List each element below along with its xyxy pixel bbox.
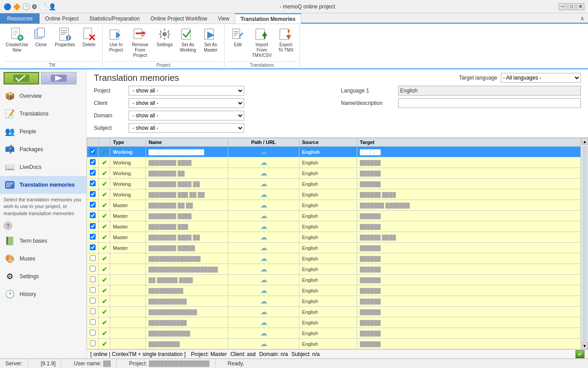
table-scroll[interactable]: Type Name Path / URL Source Target ✔Work… bbox=[87, 138, 581, 349]
vertical-scrollbar[interactable]: ▲ ▼ bbox=[581, 138, 588, 349]
menu-online-project[interactable]: Online Project bbox=[40, 13, 84, 24]
col-name[interactable]: Name bbox=[146, 138, 228, 147]
table-row[interactable]: ✔Working████████████████☁English██████ bbox=[87, 147, 581, 157]
sidebar-item-term-bases[interactable]: 📗 Term bases bbox=[0, 232, 86, 250]
table-row[interactable]: ✔Master████████ ████☁English██████ bbox=[87, 211, 581, 221]
table-row[interactable]: ✔██████████████☁English██████ bbox=[87, 307, 581, 317]
table-row[interactable]: ✔Master████████ █████☁English██████ bbox=[87, 243, 581, 253]
row-type: Working bbox=[110, 157, 146, 168]
row-checkbox[interactable] bbox=[87, 307, 99, 317]
menu-translation-memories[interactable]: Translation Memories bbox=[235, 13, 301, 24]
row-checkbox[interactable] bbox=[87, 317, 99, 328]
row-checkbox[interactable] bbox=[87, 200, 99, 211]
row-checkbox[interactable] bbox=[87, 157, 99, 168]
remove-from-project-button[interactable]: Remove From Project bbox=[128, 25, 153, 60]
sidebar-item-history[interactable]: 🕐 History bbox=[0, 285, 86, 303]
svg-rect-10 bbox=[61, 32, 67, 33]
scroll-thumb[interactable] bbox=[582, 146, 588, 342]
set-as-master-icon bbox=[204, 27, 218, 41]
edit-button[interactable]: Edit bbox=[227, 25, 249, 50]
set-as-working-button[interactable]: Set As Working bbox=[177, 25, 199, 55]
row-checkbox[interactable] bbox=[87, 232, 99, 243]
table-row[interactable]: ✔█████████☁English██████ bbox=[87, 339, 581, 349]
help-icon[interactable]: ? bbox=[4, 221, 12, 230]
row-checkbox[interactable] bbox=[87, 147, 99, 157]
table-row[interactable]: ✔Working████████ ███ ██ ██☁English██████… bbox=[87, 189, 581, 200]
domain-filter-select[interactable]: - show all - bbox=[129, 111, 244, 120]
properties-button[interactable]: i Properties bbox=[52, 25, 77, 50]
row-checkbox[interactable] bbox=[87, 253, 99, 264]
sidebar-item-people[interactable]: 👥 People bbox=[0, 123, 86, 140]
row-checkbox[interactable] bbox=[87, 264, 99, 275]
sidebar-item-muses[interactable]: 🎨 Muses bbox=[0, 250, 86, 268]
sidebar-item-packages[interactable]: 📫 Packages bbox=[0, 140, 86, 158]
scroll-up-button[interactable]: ▲ bbox=[582, 138, 588, 145]
language1-input[interactable] bbox=[398, 86, 581, 96]
create-use-new-button[interactable]: + Create/Use New bbox=[4, 25, 29, 55]
table-row[interactable]: ✔Master████████ ██ ██☁English███████ ███… bbox=[87, 200, 581, 211]
export-to-tmx-button[interactable]: Export To TMX bbox=[275, 25, 297, 55]
inactive-view-toggle[interactable] bbox=[41, 72, 77, 84]
row-checkbox[interactable] bbox=[87, 243, 99, 253]
row-checkbox[interactable] bbox=[87, 211, 99, 221]
project-filter-select[interactable]: - show all - bbox=[129, 86, 244, 96]
target-language-select[interactable]: - All languages - bbox=[501, 73, 581, 83]
row-checkbox[interactable] bbox=[87, 189, 99, 200]
close-button[interactable]: ✕ bbox=[576, 3, 584, 10]
import-from-tmx-button[interactable]: Import From TMX/CSV bbox=[250, 25, 274, 60]
ribbon-group-translations: Edit Import From TMX/CSV bbox=[225, 25, 300, 68]
use-in-project-button[interactable]: Use In Project bbox=[105, 25, 127, 55]
row-checkbox[interactable] bbox=[87, 168, 99, 179]
menu-statistics[interactable]: Statistics/Preparation bbox=[84, 13, 145, 24]
row-checkbox[interactable] bbox=[87, 285, 99, 296]
minimize-button[interactable]: ─ bbox=[559, 3, 567, 10]
table-row[interactable]: ✔███████████████☁English██████ bbox=[87, 253, 581, 264]
row-checkbox[interactable] bbox=[87, 296, 99, 307]
delete-button[interactable]: Delete bbox=[78, 25, 100, 50]
col-path[interactable]: Path / URL bbox=[228, 138, 299, 147]
menu-workflow[interactable]: Online Project Workflow bbox=[145, 13, 213, 24]
livedocs-icon: 📖 bbox=[4, 161, 16, 173]
col-type[interactable]: Type bbox=[110, 138, 146, 147]
table-row[interactable]: ✔██ ██████ ████☁English██████ bbox=[87, 275, 581, 285]
subject-filter-select[interactable]: - show all - bbox=[129, 123, 244, 133]
table-row[interactable]: ✔██████████☁English██████ bbox=[87, 285, 581, 296]
row-checkbox[interactable] bbox=[87, 179, 99, 189]
row-checkbox[interactable] bbox=[87, 328, 99, 339]
use-in-project-label: Use In Project bbox=[109, 42, 123, 53]
window-controls[interactable]: ─ □ ✕ bbox=[559, 3, 584, 10]
active-view-toggle[interactable] bbox=[4, 72, 39, 84]
row-checkbox[interactable] bbox=[87, 275, 99, 285]
sidebar-item-settings[interactable]: ⚙ Settings bbox=[0, 268, 86, 285]
row-checkbox[interactable] bbox=[87, 221, 99, 232]
sidebar-livedocs-label: LiveDocs bbox=[20, 164, 41, 170]
sidebar-item-livedocs[interactable]: 📖 LiveDocs bbox=[0, 158, 86, 176]
maximize-button[interactable]: □ bbox=[568, 3, 576, 10]
settings-button[interactable]: Settings bbox=[153, 25, 176, 50]
table-row[interactable]: ✔Master████████ ████ ██☁English██████ ██… bbox=[87, 232, 581, 243]
resources-tab[interactable]: Resources bbox=[0, 13, 40, 24]
scroll-down-button[interactable]: ▼ bbox=[582, 342, 588, 349]
sidebar-item-overview[interactable]: 📦 Overview bbox=[0, 87, 86, 105]
table-row[interactable]: ✔Working████████ ██☁English██████ bbox=[87, 168, 581, 179]
bottom-project: Project: Master bbox=[191, 351, 227, 357]
row-checkbox[interactable] bbox=[87, 339, 99, 349]
sidebar-item-translations[interactable]: 📝 Translations bbox=[0, 105, 86, 123]
table-row[interactable]: ✔███████████☁English██████ bbox=[87, 296, 581, 307]
sidebar-settings-icon: ⚙ bbox=[4, 270, 16, 283]
menu-view[interactable]: View bbox=[213, 13, 235, 24]
col-target[interactable]: Target bbox=[357, 138, 581, 147]
table-row[interactable]: ✔Working████████ ████☁English██████ bbox=[87, 157, 581, 168]
ribbon-collapse-icon[interactable]: ∧ bbox=[576, 13, 588, 24]
table-row[interactable]: ✔Master████████ ███☁English██████ bbox=[87, 221, 581, 232]
table-row[interactable]: ✔Working████████ ████ ██☁English██████ bbox=[87, 179, 581, 189]
clone-button[interactable]: Clone bbox=[30, 25, 52, 50]
set-as-master-button[interactable]: Set As Master bbox=[200, 25, 222, 55]
sidebar-item-translation-memories[interactable]: Translation memories bbox=[0, 176, 86, 194]
table-row[interactable]: ✔████████████████████☁English██████ bbox=[87, 264, 581, 275]
table-row[interactable]: ✔███████████☁English██████ bbox=[87, 317, 581, 328]
name-desc-input[interactable] bbox=[398, 98, 581, 108]
table-row[interactable]: ✔████████████☁English██████ bbox=[87, 328, 581, 339]
client-filter-select[interactable]: - show all - bbox=[129, 98, 244, 108]
col-source[interactable]: Source bbox=[299, 138, 357, 147]
